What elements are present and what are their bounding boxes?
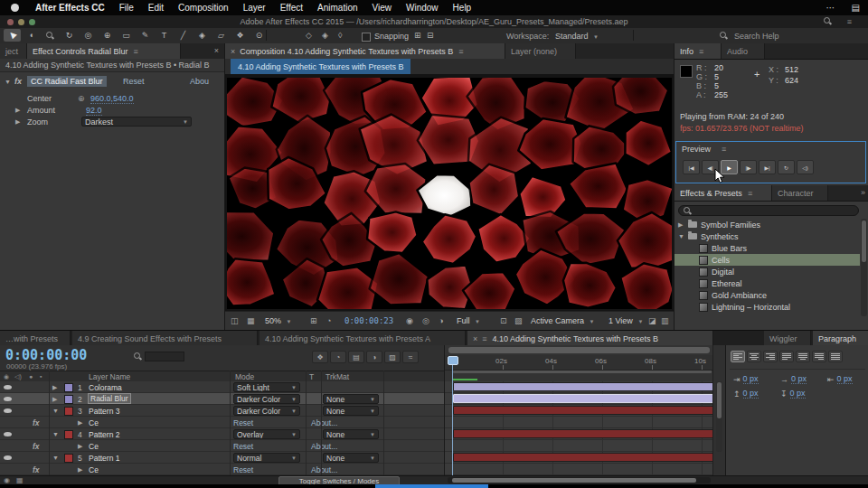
type-tool[interactable]: T — [156, 29, 173, 42]
active-viewer-tab[interactable]: 4.10 Adding Synthetic Textures with Pres… — [231, 59, 410, 74]
justify-last-left-button[interactable] — [779, 351, 794, 362]
channels-icon[interactable]: ◑ — [439, 316, 443, 325]
preset-item-gold-ambiance[interactable]: Gold Ambiance — [675, 289, 860, 301]
work-area-bar[interactable] — [453, 371, 712, 373]
camera-dropdown[interactable]: Active Camera ▼ — [531, 316, 595, 325]
menu-file[interactable]: File — [112, 3, 141, 13]
twirl-icon[interactable]: ▶ — [52, 396, 57, 403]
timeline-tab-2[interactable]: 4.10 Adding Synthetic Textures with Pres… — [259, 331, 466, 346]
twirl-open-icon[interactable]: ▼ — [5, 79, 11, 85]
t-column-label[interactable]: T — [309, 372, 314, 381]
menu-composition[interactable]: Composition — [171, 3, 236, 13]
layer-row[interactable]: ▼3Pattern 3Darker Color▼None▼ — [0, 405, 444, 417]
paragraph-tab[interactable]: Paragraph — [813, 331, 868, 346]
monitor-icon[interactable]: ◫ — [231, 316, 239, 325]
label-color-swatch[interactable] — [64, 383, 73, 392]
zoom-property-label[interactable]: Zoom — [27, 117, 48, 127]
mask-visibility-icon[interactable]: ◔ — [326, 316, 331, 325]
align-center-button[interactable] — [747, 351, 761, 362]
point-control-icon[interactable]: ⊕ — [78, 94, 85, 103]
twirl-icon[interactable]: ▶ — [52, 384, 57, 391]
draft-3d-icon[interactable]: ◔ — [330, 351, 346, 363]
justify-last-center-button[interactable] — [796, 351, 810, 362]
layer-name[interactable]: Colorama — [89, 383, 122, 392]
justify-all-button[interactable] — [828, 351, 843, 362]
layer-duration-bar[interactable] — [453, 394, 713, 403]
space-after-field[interactable]: ↧0 px — [780, 389, 806, 399]
trkmat-dropdown[interactable]: None▼ — [323, 394, 379, 404]
composition-tab[interactable]: × Composition 4.10 Adding Synthetic Text… — [225, 43, 505, 59]
justify-last-right-button[interactable] — [812, 351, 826, 362]
indent-right-value[interactable]: 0 px — [837, 374, 853, 384]
effect-name[interactable]: Ce — [89, 465, 99, 474]
close-tab-icon[interactable]: × — [231, 47, 235, 56]
info-tab[interactable]: Info ≡ — [675, 43, 722, 59]
layer-row[interactable]: ▶2Radial BlurDarker Color▼None▼ — [0, 393, 444, 405]
align-right-button[interactable] — [763, 351, 778, 362]
brush-tool[interactable]: ╱ — [175, 29, 192, 42]
effect-name[interactable]: Ce — [89, 418, 99, 427]
preset-item-cells[interactable]: Cells — [675, 254, 860, 266]
align-left-button[interactable] — [731, 351, 745, 362]
effect-row[interactable]: fx▶CeResetAbout... — [0, 464, 444, 475]
twirl-icon[interactable]: ▶ — [678, 221, 684, 229]
composition-viewport[interactable] — [225, 74, 674, 312]
twirl-closed-icon[interactable]: ▶ — [15, 107, 20, 114]
zoom-dropdown[interactable]: Darkest ▼ — [81, 117, 192, 127]
selection-tool[interactable]: ▶ — [4, 29, 21, 42]
video-player-bar[interactable] — [0, 484, 868, 488]
resolution-dropdown[interactable]: Full ▼ — [457, 316, 480, 325]
reset-effect-link[interactable]: Reset — [233, 418, 253, 427]
search-help-icon[interactable] — [720, 32, 728, 42]
preset-item-blue-bars[interactable]: Blue Bars — [675, 242, 860, 254]
time-ruler[interactable]: 02s04s06s08s10s — [445, 355, 713, 371]
composition-mini-flowchart-icon[interactable]: ❖ — [312, 351, 328, 363]
grid-options-icon[interactable]: ⊞ — [310, 316, 317, 325]
more-menu-icon[interactable]: ⋯ — [818, 3, 844, 13]
indent-right-field[interactable]: ⇤0 px — [827, 374, 853, 384]
effects-presets-tab[interactable]: Effects & Presets ≡ — [675, 185, 772, 201]
current-time-display[interactable]: 0:00:00:00 — [5, 347, 87, 363]
about-effect-link[interactable]: About... — [311, 418, 337, 427]
title-search-icon[interactable] — [824, 17, 832, 27]
space-after-value[interactable]: 0 px — [790, 389, 806, 399]
timeline-footer-icon-2[interactable]: ▦ — [16, 476, 24, 484]
local-axis-mode-icon[interactable]: ◇ — [306, 31, 312, 40]
indent-left-field[interactable]: ⇥0 px — [733, 374, 759, 384]
workspace-dropdown[interactable]: Standard ▼ — [555, 32, 599, 41]
display-menu-icon[interactable]: ▤ — [844, 3, 868, 13]
first-line-indent-field[interactable]: →0 px — [780, 374, 807, 384]
center-value[interactable]: 960.0,540.0 — [90, 94, 134, 104]
layer-row[interactable]: ▼5Pattern 1Normal▼None▼ — [0, 452, 444, 464]
close-tab-icon[interactable]: × — [473, 334, 477, 343]
motion-blur-icon[interactable]: ▨ — [384, 351, 401, 363]
trkmat-column-label[interactable]: TrkMat — [326, 372, 349, 381]
layer-name[interactable]: Radial Blur — [89, 394, 130, 403]
preset-item-ethereal[interactable]: Ethereal — [675, 277, 860, 289]
center-property-label[interactable]: Center — [27, 94, 52, 103]
region-of-interest-icon[interactable]: ⊡ — [500, 316, 507, 325]
panel-menu-icon[interactable]: ≡ — [482, 334, 486, 343]
transparency-grid-icon[interactable]: ▨ — [514, 316, 523, 325]
snap-option-1-icon[interactable]: ⊞ — [414, 31, 421, 40]
view-axis-mode-icon[interactable]: ◊ — [338, 31, 342, 40]
mode-dropdown[interactable]: Overlay▼ — [233, 429, 300, 439]
preset-search-field[interactable] — [678, 205, 859, 216]
graph-editor-icon[interactable]: ≈ — [402, 351, 419, 363]
close-panel-icon[interactable]: × — [214, 46, 219, 55]
twirl-icon[interactable]: ▶ — [78, 419, 82, 427]
hide-shy-layers-icon[interactable]: ▤ — [348, 351, 364, 363]
character-tab[interactable]: Character — [772, 185, 828, 201]
search-help-field[interactable]: Search Help — [734, 32, 779, 41]
panel-menu-icon[interactable]: ≡ — [722, 145, 726, 154]
pan-behind-tool[interactable]: ⊕ — [99, 29, 116, 42]
apple-menu-icon[interactable] — [11, 4, 19, 12]
layer-name[interactable]: Pattern 2 — [89, 430, 120, 439]
about-effect-link[interactable]: About... — [311, 442, 337, 451]
label-color-swatch[interactable] — [64, 407, 73, 416]
menu-layer[interactable]: Layer — [236, 3, 273, 13]
mode-dropdown[interactable]: Darker Color▼ — [233, 406, 300, 416]
panel-menu-icon[interactable]: ≡ — [133, 47, 137, 56]
view-layout-icon[interactable]: ▥ — [661, 316, 669, 325]
loop-button[interactable]: ↻ — [778, 160, 795, 174]
